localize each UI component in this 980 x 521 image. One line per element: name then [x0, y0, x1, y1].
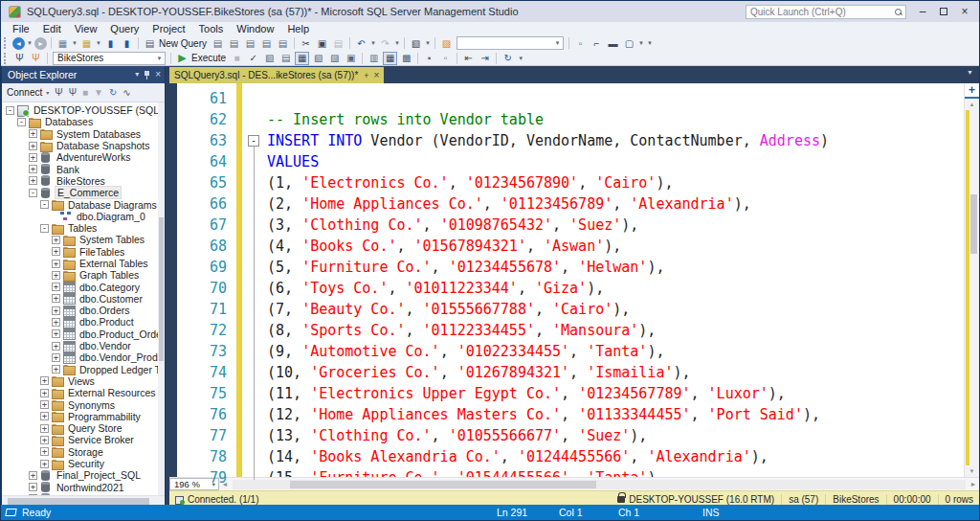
navigate-backward-icon[interactable]: ◄ [12, 37, 25, 50]
increase-indent-icon[interactable]: ⇥ [478, 52, 492, 65]
results-to-grid-icon[interactable]: ▦ [383, 52, 397, 65]
activity-icon[interactable]: ∿ [122, 87, 130, 98]
comment-icon[interactable]: ▪ [422, 52, 436, 65]
expand-icon[interactable]: + [40, 412, 49, 420]
query-options-icon[interactable]: ▤ [278, 52, 293, 65]
change-connection-icon[interactable]: Ψ [29, 52, 43, 65]
tree-item-database-snapshots[interactable]: +Database Snapshots [2, 140, 158, 151]
decrease-indent-icon[interactable]: ⇤ [461, 52, 476, 65]
code-line-77[interactable]: (13, 'Clothing Co.', '01055566677', 'Sue… [267, 425, 964, 446]
tab-pin-icon[interactable]: + [364, 71, 368, 80]
command-window-icon[interactable]: ▢ [622, 36, 636, 50]
quick-launch-input[interactable]: Quick Launch (Ctrl+Q) [746, 5, 906, 19]
collapse-icon[interactable]: - [40, 200, 49, 209]
properties-wrench-icon[interactable]: ⌐ [590, 36, 604, 50]
tree-item-dbo-vendor-product-cust[interactable]: +dbo.Vendor_Product_Cust [2, 351, 158, 363]
expand-icon[interactable]: + [52, 329, 60, 338]
minimize-button[interactable]: – [912, 3, 933, 20]
code-line-78[interactable]: (14, 'Books Alexandria Co.', '0124445556… [267, 446, 964, 467]
tree-item-dbo-vendor[interactable]: +dbo.Vendor [2, 340, 158, 351]
expand-icon[interactable]: + [52, 260, 60, 268]
connect-dropdown[interactable]: ▾ [46, 89, 49, 96]
tree-item-database-diagrams[interactable]: -Database Diagrams [2, 198, 158, 210]
tree-item-databases[interactable]: -Databases [2, 116, 158, 127]
open-file-icon[interactable]: ▦ [79, 36, 94, 50]
mdx-query-icon[interactable]: ▤ [227, 36, 241, 50]
redo-icon[interactable]: ↷ [378, 36, 392, 50]
editor-vscrollbar[interactable]: + ▲ ▼ [964, 83, 979, 477]
expand-icon[interactable]: + [52, 306, 60, 315]
menu-project[interactable]: Project [145, 23, 191, 34]
code-text-area[interactable]: -- Insert rows into Vendor tableINSERT I… [267, 83, 964, 477]
expand-icon[interactable]: + [29, 176, 37, 185]
menu-window[interactable]: Window [230, 23, 280, 34]
tree-item-dropped-ledger-tables[interactable]: +Dropped Ledger Tables [2, 364, 158, 375]
tree-item-query-store[interactable]: +Query Store [2, 422, 158, 434]
new-query-icon[interactable]: ▤ [143, 36, 157, 50]
chevron-down-icon[interactable]: ▼ [154, 56, 165, 61]
filter-icon[interactable]: ▼ [94, 87, 103, 98]
tree-item-dbo-customer[interactable]: +dbo.Customer [2, 293, 158, 305]
close-panel-icon[interactable]: × [155, 71, 161, 79]
database-engine-query-icon[interactable]: ▤ [211, 36, 225, 50]
vscrollbar-thumb[interactable] [970, 194, 977, 254]
parse-icon[interactable]: ✓ [246, 52, 260, 65]
expand-icon[interactable]: + [40, 447, 49, 456]
tree-item-filetables[interactable]: +FileTables [2, 246, 158, 258]
expand-icon[interactable]: + [52, 283, 60, 291]
code-line-62[interactable]: -- Insert rows into Vendor table [267, 109, 964, 130]
expand-icon[interactable]: + [29, 129, 37, 138]
activity-monitor-icon[interactable]: ▨ [439, 36, 454, 50]
tree-item-programmability[interactable]: +Programmability [2, 411, 158, 422]
scroll-up-icon[interactable]: ▲ [965, 99, 979, 110]
tree-item-adventureworks[interactable]: +AdventureWorks [2, 151, 158, 163]
tree-item-system-tables[interactable]: +System Tables [2, 234, 158, 245]
restore-button[interactable] [933, 3, 954, 20]
include-actual-plan-icon[interactable]: ▧ [311, 52, 325, 65]
results-to-text-icon[interactable]: ▥ [367, 52, 381, 65]
connect-plug-icon[interactable]: Ψ [55, 87, 62, 98]
tree-item-system-databases[interactable]: +System Databases [2, 128, 158, 140]
tree-item-external-tables[interactable]: +External Tables [2, 258, 158, 269]
collapse-icon[interactable]: - [40, 224, 49, 233]
expand-icon[interactable]: + [29, 483, 37, 491]
expand-icon[interactable]: + [52, 342, 60, 351]
tree-item-bank[interactable]: +Bank [2, 163, 158, 174]
collapse-icon[interactable]: - [17, 118, 26, 126]
expand-icon[interactable]: + [40, 436, 49, 444]
tree-item-dbo-product[interactable]: +dbo.Product [2, 316, 158, 328]
paste-icon[interactable]: ▤ [331, 36, 345, 50]
code-line-63[interactable]: INSERT INTO Vendor (VendorID, VendorName… [267, 130, 964, 151]
toolbar1-overflow[interactable]: ▼ [645, 40, 655, 46]
tree-item-e-commerce[interactable]: -E_Commerce [2, 187, 158, 198]
expand-icon[interactable]: + [52, 271, 60, 280]
collapse-icon[interactable]: - [6, 106, 14, 115]
uncomment-icon[interactable]: ▫ [438, 52, 453, 65]
tree-item-synonyms[interactable]: +Synonyms [2, 398, 158, 410]
code-line-75[interactable]: (11, 'Electronics Upper Egypt Co.', '012… [267, 383, 964, 404]
close-button[interactable]: × [954, 3, 975, 20]
new-query-button[interactable]: New Query [159, 38, 207, 49]
code-line-74[interactable]: (10, 'Groceries Co.', '01267894321', 'Is… [267, 362, 964, 383]
expand-icon[interactable]: + [40, 424, 49, 433]
tree-item-bikestores[interactable]: +BikeStores [2, 175, 158, 187]
cut-icon[interactable]: ✂ [299, 36, 313, 50]
live-query-stats-icon[interactable]: ▨ [327, 52, 342, 65]
document-tab[interactable]: SQLQuery3.sql - DES...ikeStores (sa (57)… [169, 67, 384, 83]
available-databases-combobox[interactable]: BikeStores▼ [53, 52, 166, 65]
tree-item-security[interactable]: +Security [2, 458, 158, 469]
navigate-forward-icon[interactable]: ► [34, 37, 47, 50]
tree-item-service-broker[interactable]: +Service Broker [2, 434, 158, 445]
tree-item-desktop-youssef-sql-server-16-0-[interactable]: -DESKTOP-YOUSSEF (SQL Server 16.0. [2, 104, 158, 116]
toolbar-combobox[interactable]: ▼ [457, 36, 564, 50]
save-icon[interactable]: ▮ [103, 36, 118, 50]
hscrollbar-thumb[interactable] [290, 481, 596, 488]
execute-icon[interactable]: ▶ [175, 52, 189, 65]
tree-item-dbo-product-order[interactable]: +dbo.Product_Order [2, 328, 158, 340]
tree-item-dbo-orders[interactable]: +dbo.Orders [2, 305, 158, 316]
refresh-icon[interactable]: ↻ [109, 87, 117, 98]
expand-icon[interactable]: + [52, 353, 60, 362]
sqlcmd-query-icon[interactable]: ▤ [276, 36, 290, 50]
collapse-icon[interactable]: - [29, 189, 37, 197]
undo-dropdown[interactable]: ▼ [369, 36, 377, 50]
